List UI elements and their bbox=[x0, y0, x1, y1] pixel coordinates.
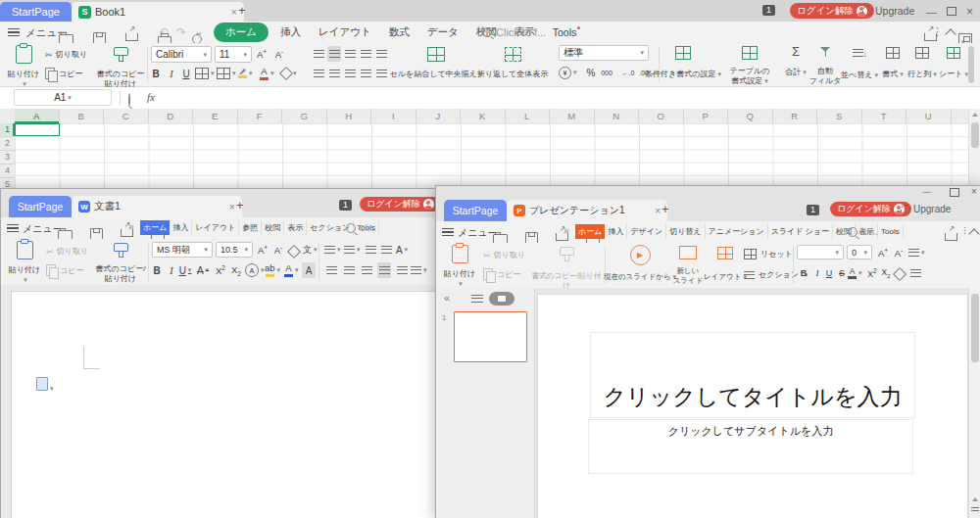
hamburger-menu-icon[interactable] bbox=[7, 224, 19, 232]
format-painter-button[interactable]: 書式のコピー/ 貼り付け bbox=[95, 241, 146, 254]
col-header-h[interactable]: H bbox=[327, 109, 372, 123]
col-header-o[interactable]: O bbox=[639, 109, 684, 123]
thumbnail-view-toggle[interactable] bbox=[489, 292, 514, 306]
bold-button[interactable]: B bbox=[150, 262, 164, 278]
col-header-v[interactable]: V bbox=[952, 109, 969, 123]
increase-decimal-icon[interactable]: ←.0 bbox=[621, 65, 635, 80]
sheet-corner[interactable] bbox=[0, 109, 16, 124]
reset-button[interactable]: リセット bbox=[744, 249, 793, 259]
numbered-list-icon[interactable] bbox=[344, 242, 361, 258]
col-header-d[interactable]: D bbox=[149, 109, 194, 123]
underline-button[interactable]: U bbox=[179, 66, 193, 81]
strikethrough-icon[interactable]: S bbox=[835, 265, 849, 281]
table-format-button[interactable]: テーブルの 書式設定 bbox=[737, 46, 762, 62]
minimize-button[interactable]: — bbox=[926, 7, 937, 18]
wr-menu-tab--[interactable]: レイアウト bbox=[192, 220, 239, 235]
align-right-icon[interactable] bbox=[343, 66, 357, 81]
autofilter-button[interactable]: 自動 フィルタ bbox=[815, 47, 835, 59]
wrap-text-button[interactable]: 折り返して全体表示 bbox=[498, 47, 527, 64]
tab-book1[interactable]: S Book1 × bbox=[72, 2, 244, 22]
superscript-icon[interactable]: X2 bbox=[865, 265, 879, 281]
row-header-1[interactable]: 1 bbox=[0, 123, 15, 137]
bullet-list-icon[interactable] bbox=[908, 245, 925, 260]
slide-canvas[interactable]: クリックしてタイトルを入力 クリックしてサブタイトルを入力 bbox=[537, 294, 968, 518]
new-window-icon[interactable] bbox=[958, 33, 972, 44]
sheet-button[interactable]: シート bbox=[943, 47, 964, 61]
highlight-color-icon[interactable]: ab bbox=[265, 262, 280, 278]
upgrade-button[interactable]: Upgrade bbox=[901, 204, 951, 214]
collapse-ribbon-icon[interactable] bbox=[968, 228, 979, 239]
col-header-t[interactable]: T bbox=[862, 109, 907, 123]
slide-thumbnail[interactable] bbox=[454, 311, 527, 362]
hamburger-menu-icon[interactable] bbox=[8, 28, 20, 36]
col-header-b[interactable]: B bbox=[60, 109, 105, 123]
new-tab-button[interactable]: + bbox=[238, 4, 246, 17]
text-direction-icon[interactable] bbox=[374, 46, 388, 62]
upgrade-button[interactable]: Upgrade bbox=[862, 5, 914, 17]
increase-font-icon[interactable]: A+ bbox=[876, 245, 890, 260]
col-header-s[interactable]: S bbox=[817, 109, 862, 123]
decrease-font-icon[interactable]: A- bbox=[272, 46, 286, 62]
cell-name-box[interactable]: A1 bbox=[14, 89, 112, 106]
et-menu-tab--[interactable]: データ bbox=[421, 23, 465, 42]
col-header-u[interactable]: U bbox=[906, 109, 952, 123]
paste-button[interactable]: 貼り付け bbox=[6, 45, 41, 66]
col-header-p[interactable]: P bbox=[684, 109, 729, 123]
column-headers[interactable]: ABCDEFGHIJKLMNOPQRSTUV bbox=[15, 109, 968, 124]
subscript-icon[interactable]: X2 bbox=[229, 262, 243, 278]
pp-menu-tab--[interactable]: デザイン bbox=[627, 224, 666, 239]
collapse-ribbon-icon[interactable] bbox=[945, 28, 956, 39]
pp-menu-tab--[interactable]: 挿入 bbox=[605, 224, 627, 239]
font-size-select[interactable]: 11 bbox=[215, 46, 252, 63]
more-options-icon[interactable]: ⋮ bbox=[932, 25, 943, 38]
slide-vscrollbar[interactable] bbox=[968, 288, 980, 518]
align-left-icon[interactable] bbox=[312, 66, 325, 81]
slide-subtitle-placeholder[interactable]: クリックしてサブタイトルを入力 bbox=[588, 419, 913, 474]
new-tab-button[interactable]: + bbox=[236, 199, 244, 212]
new-slide-button[interactable]: 新しい スライド bbox=[673, 246, 703, 261]
format-painter-button[interactable]: 書式のコピー 貼り付け bbox=[96, 45, 145, 58]
enclose-char-icon[interactable]: A bbox=[245, 262, 265, 278]
undo-icon[interactable]: ↶ bbox=[159, 25, 169, 39]
hamburger-menu-icon[interactable] bbox=[442, 228, 454, 236]
col-header-c[interactable]: C bbox=[104, 109, 149, 123]
wr-menu-tab--[interactable]: ホーム bbox=[140, 220, 170, 235]
format-button[interactable]: 書式 bbox=[882, 47, 904, 61]
distribute-icon[interactable] bbox=[395, 262, 409, 278]
font-color-icon[interactable]: A bbox=[848, 265, 862, 281]
bold-button[interactable]: B bbox=[797, 265, 810, 281]
insert-function-button[interactable]: fx bbox=[147, 91, 155, 103]
pp-menu-tab-tools[interactable]: Tools bbox=[878, 225, 904, 238]
sort-button[interactable]: ↓並べ替え bbox=[849, 47, 870, 59]
row-header-5[interactable]: 5 bbox=[0, 178, 15, 188]
close-tab-icon[interactable]: × bbox=[655, 206, 661, 216]
cut-button[interactable]: ✂切り取り bbox=[46, 246, 88, 257]
col-header-n[interactable]: N bbox=[595, 109, 640, 123]
font-family-select[interactable] bbox=[797, 245, 844, 259]
maximize-button[interactable] bbox=[947, 7, 956, 16]
layout-button[interactable]: レイアウト bbox=[710, 247, 740, 261]
cut-button[interactable]: ✂切り取り bbox=[483, 250, 525, 260]
char-shading-icon[interactable]: A bbox=[302, 262, 316, 278]
format-painter-button[interactable]: 書式のコピー/貼り付け bbox=[530, 245, 603, 258]
decrease-font-icon[interactable]: A- bbox=[892, 245, 906, 260]
copy-button[interactable]: コピー bbox=[45, 68, 82, 79]
login-status-button[interactable]: ログイン解除 bbox=[830, 202, 911, 216]
font-size-select[interactable]: 0 bbox=[847, 245, 872, 259]
paste-button[interactable]: 貼り付け bbox=[442, 245, 477, 265]
close-window-button[interactable]: × bbox=[971, 187, 977, 197]
font-color-icon[interactable]: A bbox=[260, 66, 274, 81]
formula-search-icon[interactable] bbox=[128, 93, 130, 107]
currency-format-icon[interactable]: ¥ bbox=[559, 65, 577, 80]
align-right-icon[interactable] bbox=[360, 262, 373, 278]
fill-color-icon[interactable] bbox=[217, 66, 236, 81]
decrease-font-icon[interactable]: A- bbox=[271, 242, 285, 258]
text-tool-icon[interactable]: 文 bbox=[303, 242, 318, 258]
tab-startpage[interactable]: StartPage bbox=[9, 196, 72, 217]
comma-format-icon[interactable]: 000 bbox=[600, 65, 613, 80]
tab-document1[interactable]: W 文書1 × bbox=[72, 196, 242, 217]
toolbar-overflow-icon[interactable]: » bbox=[128, 221, 134, 232]
et-menu-tab-tools[interactable]: Tools bbox=[547, 24, 587, 41]
align-center-icon[interactable] bbox=[342, 262, 356, 278]
align-middle-icon[interactable] bbox=[327, 46, 341, 62]
